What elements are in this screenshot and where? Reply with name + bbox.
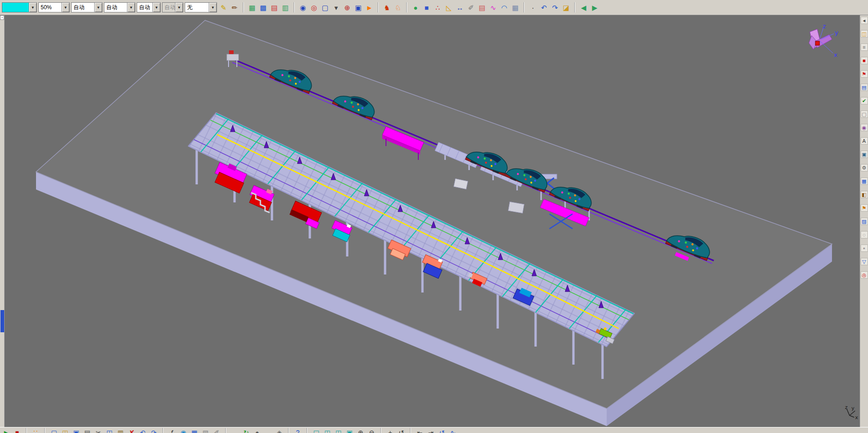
search-icon[interactable]: ◎ xyxy=(861,271,868,279)
robot-jog-icon[interactable]: ♘ xyxy=(393,2,403,12)
help-icon[interactable]: ? xyxy=(293,428,302,433)
copy-icon[interactable]: ◫ xyxy=(105,428,114,433)
entity-display-icon[interactable]: ▦ xyxy=(247,2,257,12)
attach-icon[interactable]: ✐ xyxy=(212,428,221,433)
world-icon[interactable]: ◫ xyxy=(861,30,868,37)
cube-icon[interactable]: ■ xyxy=(422,2,432,12)
dimension-icon[interactable]: ↔ xyxy=(455,2,465,12)
line-style-combobox[interactable]: 无 ▼ xyxy=(185,2,217,12)
snapshot-icon[interactable]: ▫ xyxy=(861,244,868,252)
clip-icon[interactable]: ◧ xyxy=(861,191,868,198)
doc-icon[interactable]: ▢ xyxy=(861,110,868,118)
filter-icon[interactable]: ▽ xyxy=(861,258,868,265)
save-file-icon[interactable]: ▣ xyxy=(72,428,81,433)
window-cascade-icon[interactable]: ◱ xyxy=(312,428,321,433)
zoom-level-combobox[interactable]: 50% ▼ xyxy=(38,2,70,12)
front-view-icon[interactable]: ◒ xyxy=(264,428,273,433)
point-icon[interactable]: ∙ xyxy=(528,2,538,12)
brush-icon[interactable]: ✏ xyxy=(229,2,240,12)
window-new-icon[interactable]: ◳ xyxy=(334,428,343,433)
sphere-icon[interactable]: ● xyxy=(410,2,421,12)
refresh-icon[interactable]: ↺ xyxy=(437,428,446,433)
grid-icon[interactable]: ▦ xyxy=(510,2,520,12)
next-view-icon[interactable]: ▶ xyxy=(590,2,600,12)
window-select-icon[interactable]: ▢ xyxy=(320,2,330,12)
redo-icon[interactable]: ↷ xyxy=(550,2,560,12)
chevron-down-icon[interactable]: ▼ xyxy=(152,3,160,12)
wave-icon[interactable]: ∿ xyxy=(448,428,458,433)
panel-toggle-button[interactable]: ◂ xyxy=(861,17,868,24)
chart-icon[interactable]: ▦ xyxy=(861,177,868,185)
undo-icon[interactable]: ↶ xyxy=(539,2,549,12)
render-mode-combobox[interactable]: 自动 ▼ xyxy=(104,2,135,12)
chevron-down-icon[interactable]: ▼ xyxy=(209,3,217,12)
play-icon[interactable]: ► xyxy=(1,428,11,433)
table-icon[interactable]: ▦ xyxy=(190,428,199,433)
note-icon[interactable]: ▤ xyxy=(477,2,487,12)
viewport-3d[interactable]: z y x z y x xyxy=(5,15,860,427)
binoculars-icon[interactable]: ◉ xyxy=(298,2,308,12)
eraser-icon[interactable]: ◪ xyxy=(561,2,571,12)
gear-icon[interactable]: ⚙ xyxy=(861,164,868,171)
measure-icon[interactable]: ◺ xyxy=(444,2,454,12)
blue-doc-icon[interactable]: ▤ xyxy=(861,84,868,91)
flight-icon[interactable]: ► xyxy=(364,2,374,12)
locate-icon[interactable]: ◎ xyxy=(309,2,319,12)
delete-icon[interactable]: ✘ xyxy=(127,428,136,433)
knife-icon[interactable]: ✎ xyxy=(218,2,229,12)
undo-icon[interactable]: ↶ xyxy=(138,428,147,433)
check-icon[interactable]: ✔ xyxy=(861,97,868,104)
red-box-icon[interactable]: ■ xyxy=(861,57,868,64)
cut-icon[interactable]: ✂ xyxy=(94,428,103,433)
translate-icon[interactable]: ↔ xyxy=(230,428,240,433)
report-icon[interactable]: ▥ xyxy=(280,2,290,12)
redo-icon[interactable]: ↷ xyxy=(149,428,158,433)
layers-icon[interactable]: ▨ xyxy=(861,218,868,225)
fit-view-icon[interactable]: ▣ xyxy=(345,428,354,433)
stamp-icon[interactable]: ◉ xyxy=(861,124,868,131)
snap-grid-icon[interactable]: ∷ xyxy=(31,428,40,433)
section-icon[interactable]: ∿ xyxy=(488,2,498,12)
prev-view-icon[interactable]: ◀ xyxy=(579,2,589,12)
markup-icon[interactable]: ⚑ xyxy=(861,70,868,78)
text-tool-icon[interactable]: A xyxy=(861,137,868,145)
open-file-icon[interactable]: ◳ xyxy=(60,428,70,433)
function-icon[interactable]: ƒ xyxy=(168,428,177,433)
last-icon[interactable]: ⇥ xyxy=(426,428,435,433)
robot-icon[interactable]: ♞ xyxy=(382,2,392,12)
select-dropdown-icon[interactable]: ▾ xyxy=(331,2,341,12)
left-scroll-button[interactable]: ▪ xyxy=(0,15,4,20)
left-scrollbar[interactable]: ▪ xyxy=(0,15,5,427)
window-tile-icon[interactable]: ◰ xyxy=(323,428,332,433)
chevron-down-icon[interactable]: ▼ xyxy=(127,3,135,12)
points-icon[interactable]: ∴ xyxy=(433,2,443,12)
zoom-window-icon[interactable]: ▣ xyxy=(353,2,363,12)
top-view-icon[interactable]: ◓ xyxy=(253,428,262,433)
info-icon[interactable]: ◉ xyxy=(179,428,188,433)
left-scroll-thumb[interactable] xyxy=(0,310,4,332)
new-file-icon[interactable]: ▢ xyxy=(49,428,59,433)
snap-mode-combobox[interactable]: 自动 ▼ xyxy=(137,2,161,12)
zoom-out-icon[interactable]: ⊖ xyxy=(367,428,376,433)
pan-icon[interactable]: + xyxy=(386,428,395,433)
shaded-display-icon[interactable]: ▩ xyxy=(258,2,268,12)
pin-icon[interactable]: ◌ xyxy=(861,231,868,238)
orbit-icon[interactable]: ↺ xyxy=(397,428,406,433)
stop-icon[interactable]: ■ xyxy=(12,428,22,433)
attach-icon[interactable]: ✐ xyxy=(466,2,476,12)
active-color-combobox[interactable]: ▼ xyxy=(2,2,37,12)
tree-icon[interactable]: ≡ xyxy=(861,43,868,51)
crosshair-icon[interactable]: ⊕ xyxy=(342,2,352,12)
rotate-icon[interactable]: ↻ xyxy=(241,428,251,433)
zoom-in-icon[interactable]: ⊕ xyxy=(356,428,365,433)
sheet-icon[interactable]: ▤ xyxy=(269,2,279,12)
first-icon[interactable]: ⇤ xyxy=(415,428,424,433)
chevron-down-icon[interactable]: ▼ xyxy=(61,3,69,12)
flag-icon[interactable]: ⚑ xyxy=(861,204,868,212)
print-icon[interactable]: ▤ xyxy=(83,428,92,433)
chevron-down-icon[interactable]: ▼ xyxy=(94,3,102,12)
notes-icon[interactable]: ▧ xyxy=(201,428,210,433)
curve-icon[interactable]: ◠ xyxy=(499,2,509,12)
paste-icon[interactable]: ▥ xyxy=(116,428,125,433)
chevron-down-icon[interactable]: ▼ xyxy=(29,3,36,12)
